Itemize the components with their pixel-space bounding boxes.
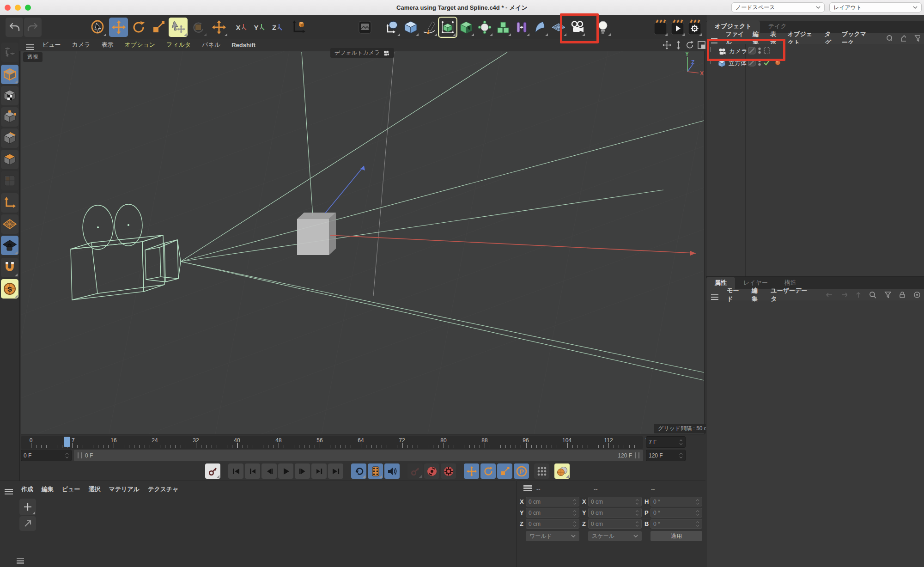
stepper-icon[interactable]	[635, 521, 639, 527]
scale-tool[interactable]	[149, 18, 168, 37]
viewport-menu-icon[interactable]	[26, 44, 34, 46]
am-menu-edit[interactable]: 編集	[752, 287, 762, 303]
filter-icon[interactable]	[914, 35, 920, 42]
keying-settings-button[interactable]	[441, 463, 456, 479]
axis-mode-button[interactable]	[1, 193, 18, 213]
texture-mode-button[interactable]	[1, 86, 18, 105]
status-bar-menu-icon[interactable]	[17, 558, 24, 564]
nodespace-select[interactable]: ノードスペース	[731, 2, 825, 12]
object-row-camera[interactable]: カメラ	[709, 46, 748, 57]
lock-icon[interactable]	[899, 291, 905, 299]
edge-mode-button[interactable]	[1, 128, 18, 148]
goto-start-button[interactable]	[228, 463, 243, 479]
forward-arrow-icon[interactable]	[841, 292, 847, 298]
home-icon[interactable]	[900, 35, 906, 42]
scale-x-field[interactable]: 0 cm	[588, 497, 642, 506]
render-to-picture-viewer-button[interactable]	[670, 18, 686, 37]
play-all-frames-button[interactable]	[368, 463, 383, 479]
stepper-icon[interactable]	[635, 510, 639, 516]
coordinate-space-select[interactable]: ワールド	[526, 531, 579, 541]
viewport-menu-filter[interactable]: フィルタ	[166, 41, 191, 49]
spline-primitive-button[interactable]	[383, 18, 401, 37]
spline-pen-button[interactable]	[420, 18, 438, 37]
search-icon[interactable]	[869, 291, 875, 299]
cube-object[interactable]	[297, 213, 336, 255]
am-menu-mode[interactable]: モード	[727, 287, 743, 303]
stepper-icon[interactable]	[573, 510, 577, 516]
lock-workplane-button[interactable]	[1, 236, 18, 255]
apply-button[interactable]: 適用	[650, 531, 702, 541]
transform-tool-disabled[interactable]	[188, 18, 207, 37]
last-used-tool[interactable]	[209, 18, 228, 37]
mm-menu-edit[interactable]: 編集	[42, 485, 54, 494]
selection-brackets-icon[interactable]	[763, 47, 770, 55]
volume-builder-button[interactable]	[476, 18, 493, 37]
layer-toggle-icon[interactable]	[748, 47, 756, 55]
viewport-menu-panel[interactable]: パネル	[202, 41, 220, 49]
end-frame-field[interactable]: 120 F	[646, 450, 686, 461]
x-axis-lock-button[interactable]: X	[233, 18, 250, 37]
workplane-button[interactable]	[1, 214, 18, 234]
rotation-p-field[interactable]: 0 °	[650, 508, 702, 518]
cube-primitive-button[interactable]	[402, 18, 419, 37]
next-frame-button[interactable]	[295, 463, 310, 479]
position-x-field[interactable]: 0 cm	[526, 497, 579, 506]
pan-view-icon[interactable]	[663, 41, 671, 49]
viewport-menu-redshift[interactable]: Redshift	[231, 42, 255, 49]
layout-select[interactable]: レイアウト	[829, 2, 922, 12]
make-editable-button[interactable]	[1, 43, 18, 62]
stepper-icon[interactable]	[679, 452, 683, 459]
mm-menu-create[interactable]: 作成	[21, 485, 33, 494]
z-axis-lock-button[interactable]: Z	[269, 18, 286, 37]
preview-range-bar[interactable]: 0 F 120 F	[74, 450, 643, 461]
play-button[interactable]	[278, 463, 293, 479]
y-axis-lock-button[interactable]: Y	[251, 18, 268, 37]
enabled-check-icon[interactable]	[763, 60, 770, 66]
move-tool[interactable]	[109, 18, 128, 37]
render-active-view-button[interactable]	[653, 18, 669, 37]
keying-record-button[interactable]	[424, 463, 439, 479]
play-mode-loop-button[interactable]	[351, 463, 366, 479]
stepper-icon[interactable]	[696, 521, 699, 527]
key-pla-button[interactable]	[534, 463, 549, 479]
stepper-icon[interactable]	[573, 521, 577, 527]
viewport-menu-camera[interactable]: カメラ	[72, 41, 91, 49]
floor-environment-button[interactable]	[550, 18, 567, 37]
viewport-menu-view[interactable]: ビュー	[43, 41, 61, 49]
open-node-editor-button[interactable]	[19, 516, 36, 531]
timeline-playhead[interactable]	[64, 437, 70, 447]
visibility-dots-icon[interactable]	[758, 47, 761, 55]
previous-frame-button[interactable]	[261, 463, 277, 479]
coordinate-menu-icon[interactable]	[523, 485, 532, 491]
mm-menu-view[interactable]: ビュー	[62, 485, 80, 494]
object-manager-menu-icon[interactable]	[711, 38, 717, 39]
am-menu-userdata[interactable]: ユーザーデータ	[771, 287, 809, 303]
scale-y-field[interactable]: 0 cm	[588, 508, 642, 518]
enable-snap-button[interactable]: S	[1, 279, 18, 299]
visibility-dots-icon[interactable]	[758, 59, 761, 67]
stepper-icon[interactable]	[696, 499, 699, 505]
previous-key-button[interactable]	[245, 463, 260, 479]
camera-button[interactable]	[568, 18, 586, 37]
goto-end-button[interactable]	[328, 463, 343, 479]
rotate-tool[interactable]	[129, 18, 148, 37]
rotation-h-field[interactable]: 0 °	[650, 497, 702, 506]
extrude-generator-button[interactable]	[457, 18, 475, 37]
stepper-icon[interactable]	[696, 510, 699, 516]
viewport-3d[interactable]: Y Z X	[21, 51, 705, 434]
position-z-field[interactable]: 0 cm	[526, 519, 579, 529]
target-icon[interactable]	[913, 291, 920, 299]
layer-toggle-icon[interactable]	[748, 59, 756, 67]
next-key-button[interactable]	[311, 463, 327, 479]
scale-z-field[interactable]: 0 cm	[588, 519, 642, 529]
filter-icon[interactable]	[884, 291, 891, 299]
polygon-mode-button[interactable]	[1, 150, 18, 169]
key-scale-button[interactable]	[497, 463, 512, 479]
record-keyframe-button[interactable]	[205, 463, 220, 479]
mm-menu-material[interactable]: マテリアル	[109, 485, 140, 494]
light-button[interactable]	[594, 18, 612, 37]
redo-button[interactable]	[24, 18, 42, 37]
back-arrow-icon[interactable]	[826, 292, 832, 298]
subdivision-surface-button[interactable]	[439, 18, 456, 37]
mm-menu-select[interactable]: 選択	[89, 485, 101, 494]
